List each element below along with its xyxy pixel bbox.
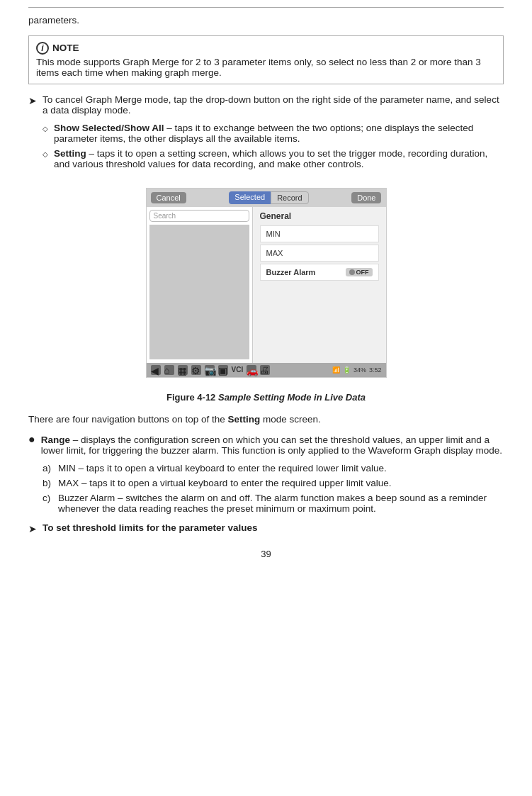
arrow-text-1: To cancel Graph Merge mode, tap the drop… xyxy=(43,94,504,116)
diamond-symbol-1: ◇ xyxy=(43,125,48,133)
device-content: Search General MIN MAX Buzzer Alarm OFF xyxy=(147,207,386,363)
sub-list: a) MIN – taps it to open a virtual keybo… xyxy=(43,463,504,514)
setting-para: There are four navigation buttons on top… xyxy=(28,413,504,427)
sub-label-c: c) xyxy=(43,493,54,514)
status-bar: 📶 🔋 34% 3:52 xyxy=(332,366,382,374)
bullet-dot-range: ● xyxy=(28,433,35,446)
device-bottom-bar: ◀ ⌂ ▦ ⚙ 📷 ▣ VCI 🚗 🖨 📶 🔋 34% 3:52 xyxy=(147,363,386,377)
range-rest: – displays the configuration screen on w… xyxy=(41,435,502,456)
note-box: i NOTE This mode supports Graph Merge fo… xyxy=(28,35,504,84)
arrow-symbol-final: ➤ xyxy=(28,523,37,534)
sub-label-b: b) xyxy=(43,478,54,488)
print-icon[interactable]: 🖨 xyxy=(260,365,270,375)
row-min[interactable]: MIN xyxy=(260,225,379,242)
para1-before: There are four navigation buttons on top… xyxy=(28,414,227,425)
record-tab[interactable]: Record xyxy=(271,191,308,204)
section-title-general: General xyxy=(260,211,379,221)
cancel-button[interactable]: Cancel xyxy=(151,192,186,203)
status-time: 3:52 xyxy=(369,366,382,374)
max-label: MAX xyxy=(266,249,283,257)
sub-label-a: a) xyxy=(43,463,54,473)
sub-text-b: MAX – taps it to open a virtual keyboard… xyxy=(58,478,392,488)
range-bullet: ● Range – displays the configuration scr… xyxy=(28,435,504,456)
diamond-text-1: Show Selected/Show All – taps it to exch… xyxy=(54,123,504,144)
toggle-off-button[interactable]: OFF xyxy=(346,268,373,276)
sub-text-c: Buzzer Alarm – switches the alarm on and… xyxy=(58,493,504,514)
diamond-item-2: ◇ Setting – taps it to open a setting sc… xyxy=(43,148,504,169)
figure-wrapper: Cancel Selected Record Done Search Gener… xyxy=(28,178,504,413)
arrow-symbol-1: ➤ xyxy=(28,95,37,106)
photo-icon[interactable]: 📷 xyxy=(205,365,215,375)
para1-bold: Setting xyxy=(227,414,260,425)
right-panel: General MIN MAX Buzzer Alarm OFF xyxy=(253,207,386,363)
note-title: NOTE xyxy=(52,43,79,53)
left-list xyxy=(149,225,249,359)
page-number: 39 xyxy=(28,549,504,559)
top-divider xyxy=(28,7,504,8)
sub-text-a: MIN – taps it to open a virtual keyboard… xyxy=(58,463,387,473)
search-box[interactable]: Search xyxy=(149,210,249,222)
device-top-bar: Cancel Selected Record Done xyxy=(147,189,386,207)
range-label: Range xyxy=(41,435,70,445)
car-icon[interactable]: 🚗 xyxy=(247,365,256,375)
caption-italic: Sample Setting Mode in Live Data xyxy=(218,392,366,403)
diamond-rest-2: – taps it to open a setting screen, whic… xyxy=(54,148,487,169)
arrow-item-final: ➤ To set threshold limits for the parame… xyxy=(28,522,504,534)
extra-icon[interactable]: ▣ xyxy=(218,365,228,375)
min-label: MIN xyxy=(266,230,281,238)
para1-after: mode screen. xyxy=(260,414,321,425)
row-buzzer[interactable]: Buzzer Alarm OFF xyxy=(260,264,379,281)
note-icon: i xyxy=(36,42,49,55)
note-header: i NOTE xyxy=(36,42,496,55)
arrow-text-final: To set threshold limits for the paramete… xyxy=(43,522,258,533)
intro-text: parameters. xyxy=(28,13,504,28)
sub-item-b: b) MAX – taps it to open a virtual keybo… xyxy=(43,478,504,488)
bullet-section-1: ➤ To cancel Graph Merge mode, tap the dr… xyxy=(28,94,504,169)
sub-item-c: c) Buzzer Alarm – switches the alarm on … xyxy=(43,493,504,514)
caption-bold: Figure 4-12 xyxy=(166,392,215,403)
toggle-off-label: OFF xyxy=(356,269,369,276)
diamond-item-1: ◇ Show Selected/Show All – taps it to ex… xyxy=(43,123,504,144)
selected-tab[interactable]: Selected xyxy=(229,191,271,204)
wifi-icon: 📶 xyxy=(332,366,340,374)
battery-icon: 🔋 xyxy=(343,366,351,374)
camera-icon[interactable]: ▦ xyxy=(178,365,188,375)
arrow-item-1: ➤ To cancel Graph Merge mode, tap the dr… xyxy=(28,94,504,116)
settings-icon[interactable]: ⚙ xyxy=(191,365,201,375)
sub-item-a: a) MIN – taps it to open a virtual keybo… xyxy=(43,463,504,473)
diamond-label-2: Setting xyxy=(54,148,86,159)
tab-group: Selected Record xyxy=(229,191,308,204)
battery-percent: 34% xyxy=(353,366,366,374)
figure-caption: Figure 4-12 Sample Setting Mode in Live … xyxy=(166,392,366,403)
range-text: Range – displays the configuration scree… xyxy=(41,435,504,456)
buzzer-label: Buzzer Alarm xyxy=(266,268,316,276)
row-max[interactable]: MAX xyxy=(260,245,379,262)
diamond-label-1: Show Selected/Show All xyxy=(54,123,164,133)
left-panel: Search xyxy=(147,207,253,363)
diamond-symbol-2: ◇ xyxy=(43,150,48,158)
nav-icons: ◀ ⌂ ▦ ⚙ 📷 ▣ VCI 🚗 🖨 xyxy=(151,365,271,375)
home-icon[interactable]: ⌂ xyxy=(164,365,174,375)
vci-label: VCI xyxy=(232,366,244,374)
diamond-text-2: Setting – taps it to open a setting scre… xyxy=(54,148,504,169)
done-button[interactable]: Done xyxy=(351,192,381,203)
device-mockup: Cancel Selected Record Done Search Gener… xyxy=(146,188,387,378)
back-icon[interactable]: ◀ xyxy=(151,365,161,375)
note-text: This mode supports Graph Merge for 2 to … xyxy=(36,57,496,78)
toggle-dot xyxy=(349,269,355,275)
